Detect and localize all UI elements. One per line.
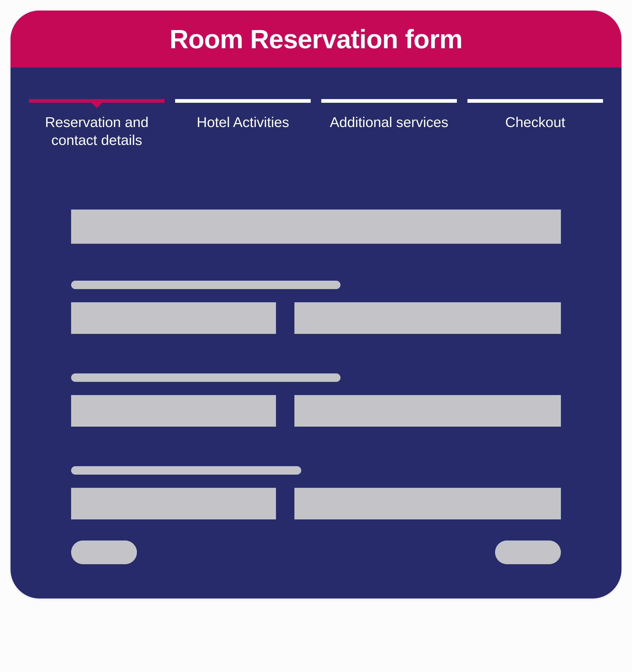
label-placeholder (71, 374, 340, 382)
reservation-card: Room Reservation form Reservation and co… (10, 10, 622, 598)
step-additional-services[interactable]: Additional services (321, 99, 457, 149)
step-label: Additional services (321, 113, 457, 131)
prev-button-placeholder[interactable] (71, 541, 137, 564)
step-bar (175, 99, 311, 103)
step-nav: Reservation and contact details Hotel Ac… (10, 68, 622, 149)
card-header: Room Reservation form (10, 10, 622, 68)
label-placeholder (71, 466, 301, 475)
step-hotel-activities[interactable]: Hotel Activities (175, 99, 311, 149)
step-bar (29, 99, 165, 103)
input-placeholder[interactable] (71, 488, 276, 520)
step-label: Hotel Activities (175, 113, 311, 131)
step-bar (467, 99, 603, 103)
form-title: Room Reservation form (170, 24, 463, 54)
step-bar (321, 99, 457, 103)
input-placeholder[interactable] (71, 395, 276, 427)
step-checkout[interactable]: Checkout (467, 99, 603, 149)
step-reservation-contact[interactable]: Reservation and contact details (29, 99, 165, 149)
input-placeholder[interactable] (295, 488, 561, 520)
step-label: Reservation and contact details (29, 113, 165, 149)
form-body (10, 149, 622, 598)
input-placeholder[interactable] (295, 302, 561, 334)
label-placeholder (71, 281, 340, 289)
step-label: Checkout (467, 113, 603, 131)
input-placeholder[interactable] (295, 395, 561, 427)
next-button-placeholder[interactable] (495, 541, 561, 564)
input-placeholder[interactable] (71, 210, 561, 244)
input-placeholder[interactable] (71, 302, 276, 334)
